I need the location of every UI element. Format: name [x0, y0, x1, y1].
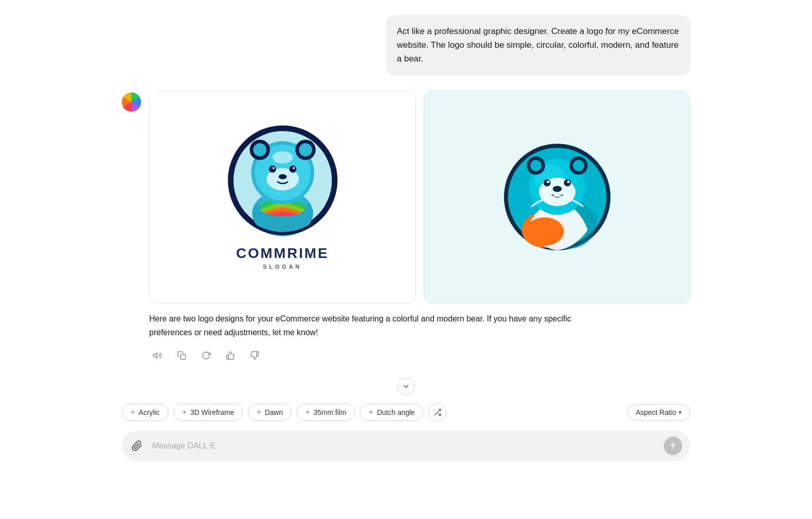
speaker-icon — [153, 351, 162, 360]
svg-point-11 — [269, 166, 276, 173]
chip-dawn-label: Dawn — [265, 408, 283, 416]
chip-3d-wireframe[interactable]: + 3D Wireframe — [174, 404, 243, 421]
scroll-down-button[interactable] — [397, 378, 415, 395]
chip-acrylic[interactable]: + Acrylic — [122, 404, 168, 421]
copy-icon — [177, 351, 186, 360]
thumbs-up-icon — [226, 351, 235, 360]
svg-point-13 — [289, 166, 296, 173]
svg-point-14 — [293, 167, 295, 169]
logo2-container — [424, 91, 690, 303]
logo1-slogan: SLOGAN — [236, 264, 329, 270]
speaker-button[interactable] — [149, 347, 165, 364]
send-icon — [669, 442, 677, 450]
chip-35mm-plus: + — [305, 408, 310, 417]
svg-point-10 — [279, 174, 287, 179]
chip-35mm[interactable]: + 35mm film — [296, 404, 355, 421]
logo1-brand: COMMRIME — [236, 245, 329, 262]
chip-35mm-label: 35mm film — [314, 408, 347, 416]
svg-point-12 — [273, 167, 275, 169]
chevron-down-icon — [402, 382, 410, 391]
thumbs-up-button[interactable] — [222, 347, 239, 364]
chips-row: + Acrylic + 3D Wireframe + Dawn + 35mm f… — [122, 399, 690, 426]
chip-dutch-angle[interactable]: + Dutch angle — [360, 404, 423, 421]
svg-point-20 — [525, 217, 564, 246]
refresh-button[interactable] — [198, 347, 214, 364]
shuffle-button[interactable] — [428, 403, 447, 421]
svg-point-24 — [530, 160, 542, 171]
svg-point-28 — [553, 186, 562, 192]
logo1-text: COMMRIME SLOGAN — [236, 245, 329, 270]
ai-response-text: Here are two logo designs for your eComm… — [149, 312, 596, 339]
thumbs-down-button[interactable] — [247, 347, 263, 364]
scroll-down-row — [122, 378, 690, 395]
logo1-container: COMMRIME SLOGAN — [150, 91, 415, 303]
ai-content: COMMRIME SLOGAN — [149, 90, 690, 364]
svg-point-32 — [567, 180, 569, 183]
action-icons — [149, 347, 690, 364]
attach-button[interactable] — [128, 437, 146, 455]
chip-dawn-plus: + — [256, 408, 261, 417]
refresh-icon — [201, 351, 211, 360]
svg-point-15 — [273, 151, 293, 164]
input-row — [122, 431, 690, 461]
message-input[interactable] — [152, 441, 658, 450]
aspect-ratio-label: Aspect Ratio — [636, 408, 676, 416]
svg-point-6 — [253, 143, 266, 156]
user-message-text: Act like a professional graphic designer… — [397, 26, 679, 63]
avatar — [122, 92, 141, 112]
thumbs-down-icon — [250, 351, 259, 360]
svg-point-29 — [544, 179, 551, 186]
aspect-ratio-button[interactable]: Aspect Ratio ▾ — [627, 404, 690, 420]
copy-button[interactable] — [174, 347, 190, 364]
svg-point-31 — [564, 179, 571, 186]
images-row: COMMRIME SLOGAN — [149, 90, 690, 304]
svg-marker-33 — [154, 353, 157, 359]
logo2-card — [424, 90, 690, 304]
paperclip-icon — [131, 440, 143, 451]
shuffle-icon — [433, 408, 442, 416]
svg-point-26 — [573, 160, 584, 171]
chip-3d-plus: + — [182, 408, 187, 417]
chip-dutch-label: Dutch angle — [377, 408, 415, 416]
svg-point-30 — [547, 180, 549, 183]
logo2-svg — [501, 141, 613, 253]
chip-acrylic-label: Acrylic — [139, 408, 159, 416]
chip-dawn[interactable]: + Dawn — [248, 404, 291, 421]
ai-response-row: COMMRIME SLOGAN — [122, 90, 690, 364]
logo1-card: COMMRIME SLOGAN — [149, 90, 416, 304]
svg-point-8 — [299, 143, 312, 156]
chip-acrylic-plus: + — [130, 408, 135, 417]
chip-3d-label: 3D Wireframe — [190, 408, 234, 416]
user-message-row: Act like a professional graphic designer… — [122, 15, 690, 75]
chip-dutch-plus: + — [368, 408, 373, 417]
aspect-ratio-chevron: ▾ — [679, 409, 682, 416]
user-bubble: Act like a professional graphic designer… — [386, 15, 690, 75]
logo1-svg — [227, 124, 339, 236]
send-button[interactable] — [664, 437, 682, 455]
svg-rect-34 — [181, 354, 186, 360]
